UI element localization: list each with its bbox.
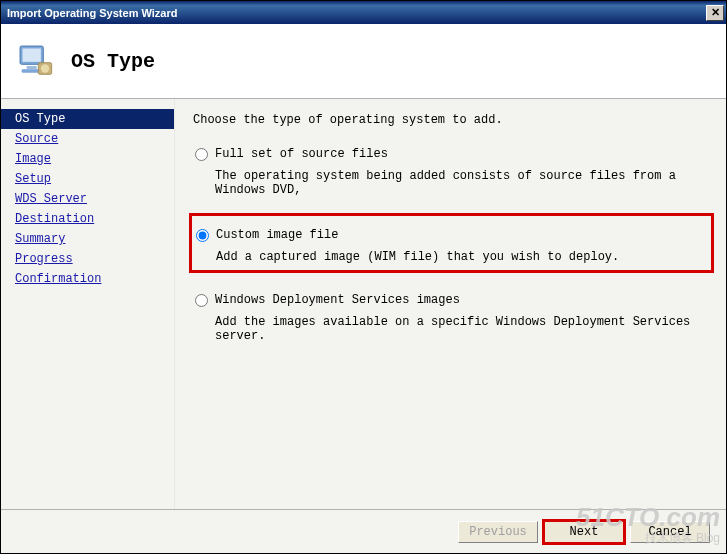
next-button[interactable]: Next — [544, 521, 624, 543]
radio-full-source[interactable] — [195, 148, 208, 161]
titlebar: Import Operating System Wizard ✕ — [1, 1, 726, 24]
sidebar-item-confirmation[interactable]: Confirmation — [1, 269, 174, 289]
sidebar-item-summary[interactable]: Summary — [1, 229, 174, 249]
close-icon: ✕ — [711, 6, 720, 19]
option-label: Full set of source files — [215, 147, 712, 161]
wizard-body: OS Type Source Image Setup WDS Server De… — [1, 99, 726, 509]
previous-button: Previous — [458, 521, 538, 543]
computer-icon — [15, 41, 55, 81]
svg-rect-1 — [23, 49, 41, 62]
instruction-text: Choose the type of operating system to a… — [193, 113, 714, 127]
option-label: Windows Deployment Services images — [215, 293, 712, 307]
option-desc: Add the images available on a specific W… — [193, 315, 714, 343]
svg-point-5 — [41, 64, 49, 72]
wizard-footer: Previous Next Cancel — [1, 509, 726, 554]
sidebar-item-image[interactable]: Image — [1, 149, 174, 169]
radio-wds-images[interactable] — [195, 294, 208, 307]
svg-rect-2 — [27, 66, 37, 69]
sidebar-item-source[interactable]: Source — [1, 129, 174, 149]
sidebar-item-setup[interactable]: Setup — [1, 169, 174, 189]
window-title: Import Operating System Wizard — [7, 7, 177, 19]
sidebar-item-wds-server[interactable]: WDS Server — [1, 189, 174, 209]
radio-custom-image[interactable] — [196, 229, 209, 242]
option-desc: The operating system being added consist… — [193, 169, 714, 197]
option-full-source[interactable]: Full set of source files — [193, 143, 714, 169]
highlight-box: Custom image file Add a captured image (… — [189, 213, 714, 273]
cancel-button[interactable]: Cancel — [630, 521, 710, 543]
sidebar: OS Type Source Image Setup WDS Server De… — [1, 99, 175, 509]
sidebar-item-progress[interactable]: Progress — [1, 249, 174, 269]
option-desc: Add a captured image (WIM file) that you… — [194, 250, 707, 264]
option-wds-images[interactable]: Windows Deployment Services images — [193, 289, 714, 315]
wizard-header: OS Type — [1, 24, 726, 99]
option-label: Custom image file — [216, 228, 705, 242]
sidebar-item-os-type[interactable]: OS Type — [1, 109, 174, 129]
option-custom-image[interactable]: Custom image file — [194, 224, 707, 250]
sidebar-item-destination[interactable]: Destination — [1, 209, 174, 229]
close-button[interactable]: ✕ — [706, 5, 724, 21]
page-title: OS Type — [71, 50, 155, 73]
main-panel: Choose the type of operating system to a… — [175, 99, 726, 509]
